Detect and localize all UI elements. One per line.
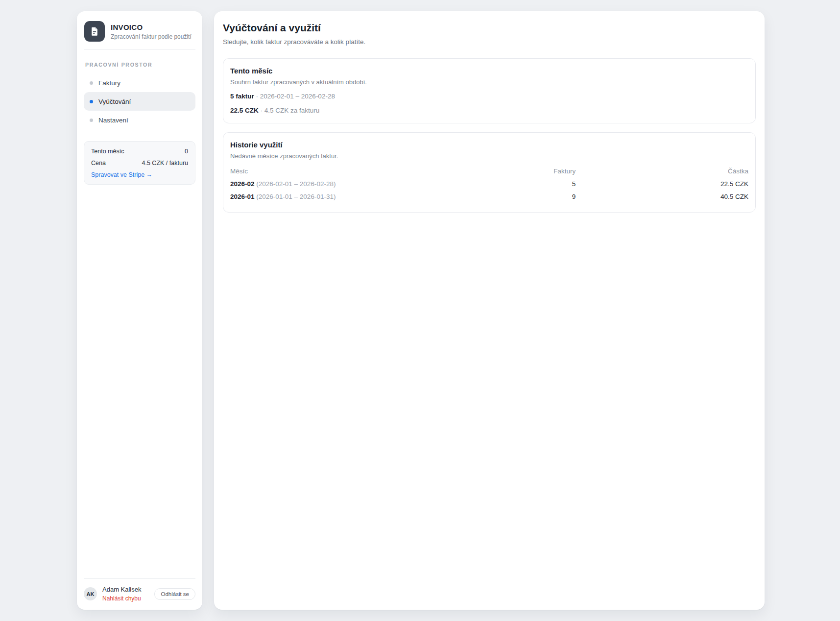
column-header-invoices: Faktury [403, 167, 576, 175]
report-bug-link[interactable]: Nahlásit chybu [102, 595, 141, 602]
sidebar-item-label: Vyúčtování [98, 98, 131, 105]
page-subtitle: Sledujte, kolik faktur zpracováváte a ko… [223, 38, 756, 46]
cell-invoices: 5 [403, 180, 576, 188]
sidebar-item-label: Faktury [98, 79, 120, 87]
usage-row-label: Tento měsíc [91, 148, 124, 155]
table-row: 2026-02 (2026-02-01 – 2026-02-28) 5 22.5… [230, 178, 748, 191]
sidebar-item-vyuctovani[interactable]: Vyúčtování [84, 92, 195, 111]
column-header-amount: Částka [576, 167, 748, 175]
usage-row-value: 0 [185, 148, 188, 155]
column-header-month: Měsíc [230, 167, 403, 175]
cell-amount: 22.5 CZK [576, 180, 748, 188]
workspace-section-label: PRACOVNÍ PROSTOR [85, 62, 195, 68]
app-brand-text: INVOICO Zpracování faktur podle použití [111, 23, 192, 40]
amount-rate: · 4.5 CZK za fakturu [259, 107, 320, 114]
usage-history-panel: Historie využití Nedávné měsíce zpracova… [223, 132, 756, 213]
usage-row-value: 4.5 CZK / fakturu [142, 160, 188, 167]
usage-row-month: Tento měsíc 0 [91, 148, 188, 155]
page-title: Vyúčtování a využití [223, 22, 756, 34]
bullet-dot-icon [90, 81, 93, 85]
usage-history-table: Měsíc Faktury Částka 2026-02 (2026-02-01… [230, 166, 748, 203]
panel-title: Tento měsíc [230, 67, 748, 75]
manage-in-stripe-link[interactable]: Spravovat ve Stripe → [91, 171, 152, 178]
current-month-panel: Tento měsíc Souhrn faktur zpracovaných v… [223, 58, 756, 123]
table-header-row: Měsíc Faktury Částka [230, 166, 748, 178]
avatar: AK [84, 587, 97, 600]
app-tagline: Zpracování faktur podle použití [111, 33, 192, 40]
sidebar: INVOICO Zpracování faktur podle použití … [77, 11, 202, 610]
page: INVOICO Zpracování faktur podle použití … [0, 0, 840, 621]
main-content: Vyúčtování a využití Sledujte, kolik fak… [214, 11, 765, 610]
cell-invoices: 9 [403, 193, 576, 200]
sidebar-nav: Faktury Vyúčtování Nastavení [84, 73, 195, 129]
usage-row-label: Cena [91, 160, 106, 167]
panel-title: Historie využití [230, 141, 748, 149]
table-row: 2026-01 (2026-01-01 – 2026-01-31) 9 40.5… [230, 191, 748, 203]
month-range: (2026-02-01 – 2026-02-28) [255, 180, 336, 188]
cell-amount: 40.5 CZK [576, 193, 748, 200]
sidebar-item-nastaveni[interactable]: Nastavení [84, 111, 195, 129]
month-value: 2026-01 [230, 193, 255, 200]
sidebar-item-faktury[interactable]: Faktury [84, 73, 195, 92]
invoice-period: · 2026-02-01 – 2026-02-28 [254, 93, 335, 100]
cell-month: 2026-01 (2026-01-01 – 2026-01-31) [230, 193, 403, 200]
logout-button[interactable]: Odhlásit se [154, 588, 195, 600]
user-name: Adam Kalisek [102, 586, 141, 593]
sidebar-item-label: Nastavení [98, 117, 128, 124]
month-range: (2026-01-01 – 2026-01-31) [255, 193, 336, 200]
bullet-dot-icon [90, 100, 93, 103]
bullet-dot-icon [90, 119, 93, 122]
user-info: Adam Kalisek Nahlásit chybu [102, 586, 141, 602]
usage-summary-box: Tento měsíc 0 Cena 4.5 CZK / fakturu Spr… [84, 141, 195, 185]
invoice-count: 5 faktur [230, 93, 254, 100]
month-value: 2026-02 [230, 180, 255, 188]
amount-line: 22.5 CZK · 4.5 CZK za fakturu [230, 107, 748, 114]
cell-month: 2026-02 (2026-02-01 – 2026-02-28) [230, 180, 403, 188]
invoice-document-icon [84, 21, 105, 42]
panel-subtitle: Souhrn faktur zpracovaných v aktuálním o… [230, 78, 748, 86]
usage-row-price: Cena 4.5 CZK / fakturu [91, 160, 188, 167]
amount-total: 22.5 CZK [230, 107, 259, 114]
app-title: INVOICO [111, 23, 192, 31]
panel-subtitle: Nedávné měsíce zpracovaných faktur. [230, 152, 748, 160]
user-area: AK Adam Kalisek Nahlásit chybu Odhlásit … [84, 578, 195, 602]
sidebar-spacer [84, 185, 195, 578]
invoice-count-line: 5 faktur · 2026-02-01 – 2026-02-28 [230, 93, 748, 100]
app-brand: INVOICO Zpracování faktur podle použití [84, 18, 195, 50]
